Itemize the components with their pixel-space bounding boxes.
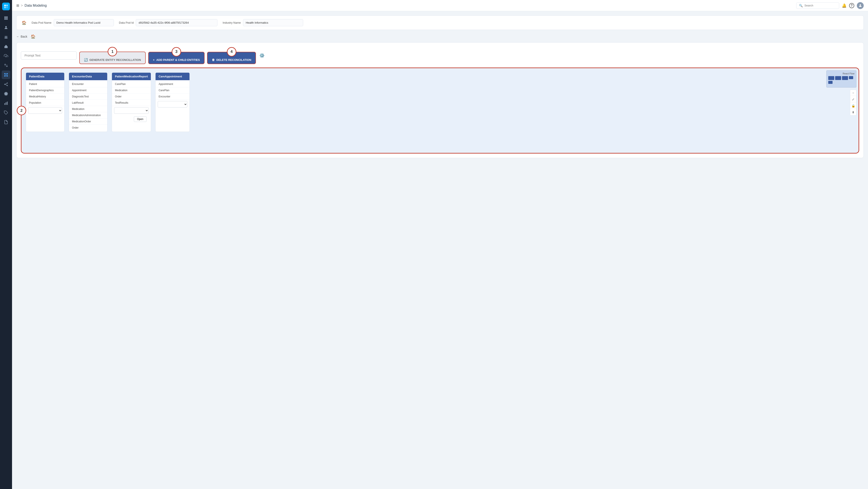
sidebar-item-flow[interactable] — [2, 80, 10, 89]
svg-rect-26 — [7, 102, 7, 105]
back-section: ← Back 🏠 — [16, 34, 864, 39]
svg-rect-13 — [6, 73, 8, 74]
data-pod-id-field: Data Pod Id — [119, 19, 218, 26]
search-box[interactable]: 🔍 — [796, 2, 839, 9]
patientdata-field-population: Population — [26, 100, 64, 106]
minimap-block-4 — [849, 76, 853, 79]
svg-point-21 — [7, 85, 7, 86]
encounterdata-field-encounter: Encounter — [69, 81, 107, 87]
patientmedication-field-order: Order — [112, 93, 151, 100]
sidebar-item-home[interactable] — [2, 42, 10, 51]
help-icon[interactable]: ? — [849, 3, 854, 8]
encounterdata-field-diagnostictest: DiagnosticTest — [69, 93, 107, 100]
minimap-blocks — [828, 76, 855, 84]
sidebar-item-analytics[interactable] — [2, 99, 10, 108]
patientdata-dropdown[interactable] — [28, 107, 62, 114]
back-button[interactable]: ← Back — [16, 35, 27, 38]
sidebar-item-upload[interactable] — [2, 52, 10, 60]
industry-name-input[interactable] — [243, 19, 303, 26]
step-3-circle: 3 — [172, 47, 181, 57]
react-flow-label: React Flow — [828, 72, 855, 75]
canvas-container: 2 React Flow − ⤢ 🔒 — [21, 67, 859, 153]
encounterdata-field-medicationorder: MedicationOrder — [69, 118, 107, 125]
delete-label: DELETE RECONCILATION — [216, 58, 251, 61]
patientmedication-header: PatientMedicationReport — [112, 73, 151, 80]
svg-rect-15 — [6, 76, 8, 76]
sidebar-item-tags[interactable] — [2, 108, 10, 117]
search-input[interactable] — [804, 4, 836, 7]
sidebar-item-dashboard[interactable] — [2, 14, 10, 22]
svg-point-28 — [860, 4, 861, 6]
encounterdata-body: Encounter Appointment DiagnosticTest Lab… — [69, 80, 107, 132]
careappointment-field-encounter: Encounter — [156, 93, 189, 100]
page-title: Data Modeling — [25, 4, 46, 7]
page-area: 🏠 Data Pod Name Data Pod Id Industry Nam… — [12, 11, 868, 489]
patientdata-field-patientdemographics: PatientDemographics — [26, 87, 64, 93]
minimap-block-1 — [828, 76, 834, 80]
add-label: ADD PARENT & CHILD ENTITIES — [156, 58, 200, 61]
svg-line-23 — [5, 84, 7, 85]
sidebar-item-groups[interactable] — [2, 33, 10, 41]
svg-rect-14 — [4, 76, 6, 76]
patientmedication-field-careplan: CarePlan — [112, 81, 151, 87]
svg-rect-3 — [6, 7, 8, 8]
patientmedication-dropdown[interactable] — [114, 107, 149, 114]
careappointment-field-careplan: CarePlan — [156, 87, 189, 93]
svg-point-19 — [4, 84, 5, 85]
sidebar — [0, 0, 12, 489]
rf-download[interactable]: ⬇ — [850, 109, 856, 115]
react-flow-panel: React Flow — [826, 70, 857, 88]
minimap-block-3 — [842, 76, 848, 80]
data-pod-id-input[interactable] — [136, 19, 217, 26]
rf-zoom-out[interactable]: − — [850, 90, 856, 96]
app-logo[interactable] — [2, 3, 10, 10]
sidebar-item-data-modeling[interactable] — [2, 70, 10, 79]
data-pod-name-input[interactable] — [54, 19, 114, 26]
pod-home-icon[interactable]: 🏠 — [22, 21, 26, 25]
search-icon: 🔍 — [799, 4, 803, 7]
sidebar-item-settings[interactable] — [2, 89, 10, 98]
entity-card-patientdata: PatientData Patient PatientDemographics … — [26, 73, 64, 132]
entity-card-encounterdata: EncounterData Encounter Appointment Diag… — [69, 73, 107, 132]
step-2-circle: 2 — [17, 106, 26, 115]
patientdata-field-medicalhistory: MedicalHistory — [26, 93, 64, 100]
data-pod-name-field: Data Pod Name — [32, 19, 114, 26]
sidebar-item-transform[interactable] — [2, 61, 10, 70]
careappointment-body: Appointment CarePlan Encounter — [156, 80, 189, 110]
workflow-settings-icon[interactable]: ⚙️ — [259, 53, 265, 58]
patientmedication-body: CarePlan Medication Order TestResults Op… — [112, 80, 151, 126]
sidebar-item-documents[interactable] — [2, 118, 10, 126]
svg-point-20 — [7, 83, 7, 83]
careappointment-dropdown[interactable] — [158, 101, 187, 108]
generate-label: GENERATE ENTITY RECONCILLATION — [89, 58, 141, 61]
industry-name-field: Industry Name — [223, 19, 303, 26]
rf-fit[interactable]: ⤢ — [850, 96, 856, 103]
avatar[interactable] — [857, 2, 864, 9]
open-button[interactable]: Open — [134, 116, 147, 122]
careappointment-field-appointment: Appointment — [156, 81, 189, 87]
generate-refresh-icon: 🔄 — [84, 58, 88, 61]
encounterdata-header: EncounterData — [69, 73, 107, 80]
back-label: Back — [21, 35, 27, 38]
topbar: ⊞ > Data Modeling 🔍 🔔 ? — [12, 0, 868, 11]
entity-card-careappointment: CareAppointment Appointment CarePlan Enc… — [155, 73, 190, 132]
svg-line-22 — [5, 83, 7, 84]
rf-lock[interactable]: 🔒 — [850, 103, 856, 109]
encounterdata-field-order: Order — [69, 125, 107, 131]
minimap-block-2 — [835, 76, 841, 80]
svg-rect-5 — [6, 17, 8, 18]
delete-icon: 🗑 — [212, 58, 215, 61]
rf-controls: − ⤢ 🔒 ⬇ — [850, 90, 857, 115]
encounterdata-field-medication: Medication — [69, 106, 107, 112]
step-4-circle: 4 — [227, 47, 236, 57]
entities-grid: PatientData Patient PatientDemographics … — [26, 73, 854, 132]
patientdata-body: Patient PatientDemographics MedicalHisto… — [26, 80, 64, 116]
notification-icon[interactable]: 🔔 — [842, 3, 846, 8]
sidebar-item-users[interactable] — [2, 23, 10, 32]
prompt-input[interactable] — [21, 51, 77, 60]
nav-home-icon[interactable]: 🏠 — [31, 34, 35, 39]
svg-point-10 — [6, 36, 7, 37]
main-content: ⊞ > Data Modeling 🔍 🔔 ? 🏠 Data Pod Name — [12, 0, 868, 489]
breadcrumb-icon: ⊞ — [16, 3, 19, 7]
encounterdata-field-medicationadmin: MedicationAdministration — [69, 112, 107, 118]
